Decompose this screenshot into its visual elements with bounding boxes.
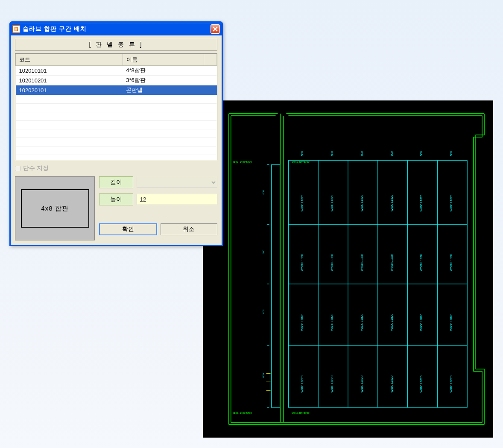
svg-text:W600 L1820: W600 L1820 bbox=[360, 254, 363, 271]
svg-text:600: 600 bbox=[262, 309, 265, 314]
table-row-empty bbox=[16, 112, 217, 121]
svg-text:W600 L1820: W600 L1820 bbox=[390, 314, 393, 331]
svg-text:(140+140)=5700: (140+140)=5700 bbox=[290, 161, 310, 163]
svg-text:600: 600 bbox=[262, 249, 265, 254]
cell-name: 3*6합판 bbox=[123, 76, 204, 85]
cad-viewport[interactable]: 600 600 600 600 600 600 W600 L1820 W600 … bbox=[203, 100, 493, 438]
svg-text:W600 L1820: W600 L1820 bbox=[390, 195, 393, 212]
svg-rect-11 bbox=[272, 165, 280, 407]
dialog-title: 슬라브 합판 구간 배치 bbox=[23, 25, 211, 33]
svg-text:W600 L1820: W600 L1820 bbox=[330, 375, 333, 392]
height-input[interactable] bbox=[137, 194, 217, 205]
svg-text:W600 L1820: W600 L1820 bbox=[420, 375, 423, 392]
svg-text:W600 L1820: W600 L1820 bbox=[420, 254, 423, 271]
preview-box: 4x8 합판 bbox=[15, 176, 95, 240]
preview-label: 4x8 합판 bbox=[21, 189, 89, 228]
col-spacer bbox=[204, 54, 217, 66]
table-row-empty bbox=[16, 155, 217, 161]
svg-text:W600 L1820: W600 L1820 bbox=[330, 314, 333, 331]
svg-text:W600 L1820: W600 L1820 bbox=[450, 375, 453, 392]
table-row-empty bbox=[16, 104, 217, 112]
svg-text:600: 600 bbox=[301, 151, 304, 156]
svg-text:W600 L1820: W600 L1820 bbox=[301, 314, 304, 331]
svg-text:W600 L1820: W600 L1820 bbox=[420, 314, 423, 331]
steps-checkbox[interactable] bbox=[15, 166, 20, 171]
svg-text:W600 L1820: W600 L1820 bbox=[301, 195, 304, 212]
table-row-empty bbox=[16, 129, 217, 138]
col-code[interactable]: 코드 bbox=[16, 54, 123, 66]
cell-code: 102020101 bbox=[16, 85, 123, 95]
svg-text:W600 L1820: W600 L1820 bbox=[360, 314, 363, 331]
cell-name: 4*8합판 bbox=[123, 66, 204, 76]
svg-text:(140+140)=5700: (140+140)=5700 bbox=[233, 412, 252, 414]
table-row[interactable]: 102020101콘판넬 bbox=[16, 85, 217, 95]
height-label: 높이 bbox=[99, 193, 133, 205]
steps-checkbox-label: 단수 지정 bbox=[23, 164, 49, 172]
svg-text:W600 L1820: W600 L1820 bbox=[390, 375, 393, 392]
svg-text:W600 L1820: W600 L1820 bbox=[301, 254, 304, 271]
close-button[interactable] bbox=[211, 24, 220, 34]
cell-code: 102010201 bbox=[16, 76, 123, 85]
svg-text:600: 600 bbox=[420, 151, 423, 156]
panel-table[interactable]: 코드 이름 1020101014*8합판1020102013*6합판102020… bbox=[15, 53, 217, 160]
app-icon: B bbox=[12, 25, 20, 33]
cell-name: 콘판넬 bbox=[123, 85, 204, 95]
svg-text:600: 600 bbox=[450, 151, 453, 156]
col-name[interactable]: 이름 bbox=[123, 54, 204, 66]
titlebar[interactable]: B 슬라브 합판 구간 배치 bbox=[11, 23, 222, 35]
svg-text:W600 L1820: W600 L1820 bbox=[450, 195, 453, 212]
slab-plywood-dialog: B 슬라브 합판 구간 배치 [ 판 넬 종 류 ] 코드 이름 1020101… bbox=[9, 21, 223, 246]
cad-drawing: 600 600 600 600 600 600 W600 L1820 W600 … bbox=[203, 101, 493, 437]
steps-checkbox-row: 단수 지정 bbox=[15, 164, 217, 172]
cell-code: 102010101 bbox=[16, 66, 123, 76]
length-select[interactable] bbox=[137, 177, 217, 188]
table-row[interactable]: 1020101014*8합판 bbox=[16, 66, 217, 76]
svg-text:600: 600 bbox=[390, 151, 393, 156]
svg-text:W600 L1820: W600 L1820 bbox=[360, 195, 363, 212]
svg-text:W600 L1820: W600 L1820 bbox=[420, 195, 423, 212]
svg-text:W600 L1820: W600 L1820 bbox=[301, 375, 304, 392]
cancel-button[interactable]: 취소 bbox=[161, 223, 218, 235]
close-icon bbox=[213, 26, 218, 32]
svg-text:600: 600 bbox=[330, 151, 333, 156]
svg-text:W600 L1820: W600 L1820 bbox=[330, 254, 333, 271]
table-row-empty bbox=[16, 121, 217, 129]
svg-text:W600 L1820: W600 L1820 bbox=[360, 375, 363, 392]
ok-button[interactable]: 확인 bbox=[99, 223, 157, 235]
table-row-empty bbox=[16, 95, 217, 104]
table-row[interactable]: 1020102013*6합판 bbox=[16, 76, 217, 85]
svg-text:W600 L1820: W600 L1820 bbox=[390, 254, 393, 271]
svg-text:W600 L1820: W600 L1820 bbox=[330, 195, 333, 212]
table-row-empty bbox=[16, 138, 217, 146]
panel-type-header: [ 판 넬 종 류 ] bbox=[15, 39, 217, 51]
dialog-body: [ 판 넬 종 류 ] 코드 이름 1020101014*8합판10201020… bbox=[11, 35, 222, 245]
svg-text:W600 L1820: W600 L1820 bbox=[450, 314, 453, 331]
svg-text:W600 L1820: W600 L1820 bbox=[450, 254, 453, 271]
length-label: 길이 bbox=[99, 176, 133, 188]
svg-text:600: 600 bbox=[262, 373, 265, 378]
svg-text:(140+140)=5700: (140+140)=5700 bbox=[290, 412, 310, 414]
svg-text:600: 600 bbox=[262, 190, 265, 195]
table-row-empty bbox=[16, 146, 217, 155]
svg-text:600: 600 bbox=[360, 151, 363, 156]
svg-text:(140+140)=5700: (140+140)=5700 bbox=[233, 161, 252, 163]
